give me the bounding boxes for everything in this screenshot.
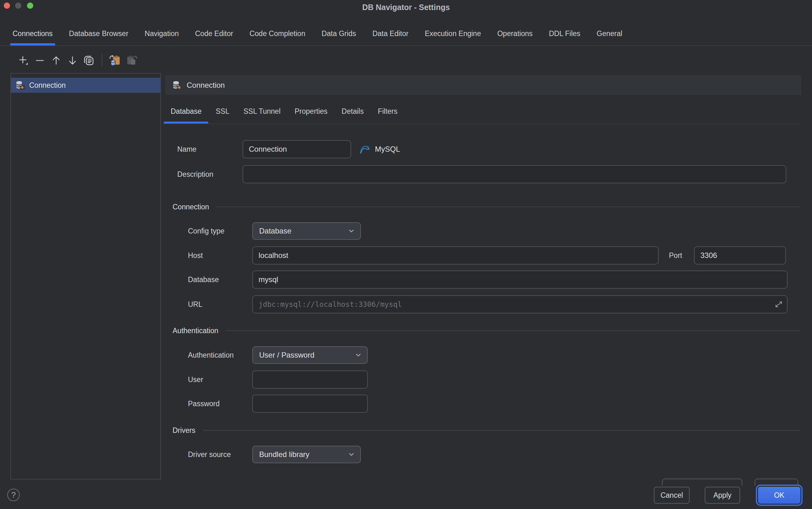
database-new-icon — [15, 80, 25, 91]
port-label: Port — [669, 251, 682, 260]
settings-tab-ddl-files[interactable]: DDL Files — [549, 22, 580, 45]
ok-button[interactable]: OK — [758, 487, 801, 504]
host-row: Host Port — [188, 246, 786, 265]
name-label: Name — [177, 145, 243, 154]
tab-ssl-tunnel[interactable]: SSL Tunnel — [244, 99, 281, 124]
settings-tab-code-editor[interactable]: Code Editor — [195, 22, 233, 45]
settings-tab-navigation[interactable]: Navigation — [145, 22, 179, 45]
plus-icon — [18, 55, 30, 66]
description-field[interactable] — [243, 165, 786, 183]
clipboard-paste-disabled-icon — [125, 54, 138, 67]
expand-icon[interactable] — [774, 300, 783, 309]
authentication-select[interactable]: User / Password — [252, 346, 368, 364]
help-button[interactable]: ? — [7, 488, 20, 501]
tab-database[interactable]: Database — [171, 99, 201, 124]
paste-connection-from-clipboard-button[interactable] — [125, 53, 137, 68]
settings-tab-data-grids[interactable]: Data Grids — [322, 22, 356, 45]
config-type-select[interactable]: Database — [252, 222, 361, 240]
tab-properties[interactable]: Properties — [294, 99, 327, 124]
url-field[interactable] — [252, 295, 787, 313]
config-type-row: Config type Database — [188, 222, 361, 240]
section-divider — [217, 207, 800, 207]
tab-ssl[interactable]: SSL — [216, 99, 229, 124]
panel-header: Connection — [165, 75, 801, 95]
remove-connection-button[interactable] — [34, 53, 46, 68]
url-label: URL — [188, 300, 252, 309]
panel-tab-divider — [165, 124, 801, 124]
settings-tab-general[interactable]: General — [597, 22, 623, 45]
connection-tab-bar: Database SSL SSL Tunnel Properties Detai… — [171, 99, 398, 124]
toolbar-divider — [102, 54, 102, 67]
section-authentication-title: Authentication — [173, 327, 218, 335]
duplicate-connection-button[interactable] — [83, 53, 95, 68]
chevron-down-icon — [347, 450, 356, 459]
url-row: URL — [188, 295, 787, 313]
chevron-down-icon — [347, 227, 356, 235]
move-up-button[interactable] — [50, 53, 62, 68]
move-down-button[interactable] — [66, 53, 79, 68]
driver-source-select[interactable]: Bundled library — [252, 446, 361, 463]
user-row: User — [188, 370, 368, 388]
apply-button[interactable]: Apply — [705, 487, 740, 504]
connection-list-toolbar — [18, 53, 137, 68]
clipboard-database-icon — [109, 54, 121, 67]
host-label: Host — [188, 251, 252, 260]
settings-tab-code-completion[interactable]: Code Completion — [249, 22, 305, 45]
authentication-value: User / Password — [259, 351, 314, 360]
port-field[interactable] — [694, 246, 786, 265]
settings-tab-database-browser[interactable]: Database Browser — [69, 22, 128, 45]
password-label: Password — [188, 400, 252, 408]
database-label: Database — [188, 275, 252, 284]
section-connection-title: Connection — [173, 203, 209, 211]
user-label: User — [188, 375, 252, 384]
description-label: Description — [177, 170, 243, 179]
settings-tab-operations[interactable]: Operations — [497, 22, 533, 45]
settings-tab-execution-engine[interactable]: Execution Engine — [425, 22, 481, 45]
name-field[interactable] — [243, 140, 351, 158]
chevron-down-icon — [354, 351, 363, 360]
arrow-up-icon — [51, 55, 62, 66]
panel-title: Connection — [187, 81, 225, 90]
copy-icon — [83, 55, 95, 66]
settings-tab-data-editor[interactable]: Data Editor — [372, 22, 408, 45]
section-connection: Connection — [173, 202, 800, 211]
clipped-field — [662, 479, 742, 485]
connection-list: Connection — [10, 73, 161, 479]
password-row: Password — [188, 395, 368, 413]
cancel-button[interactable]: Cancel — [654, 487, 690, 504]
title-bar: DB Navigator - Settings — [0, 0, 812, 14]
copy-connection-to-clipboard-button[interactable] — [109, 53, 121, 68]
section-divider — [226, 330, 800, 331]
url-field-wrap — [252, 295, 787, 313]
tab-bar-divider — [0, 45, 812, 46]
connection-list-item[interactable]: Connection — [11, 78, 160, 93]
question-icon: ? — [11, 490, 16, 500]
config-type-label: Config type — [188, 227, 252, 235]
connection-item-label: Connection — [29, 81, 66, 90]
section-drivers: Drivers — [173, 426, 800, 435]
name-row: Name MySQL — [177, 140, 400, 158]
section-divider — [203, 430, 800, 431]
database-field[interactable] — [252, 270, 787, 289]
tab-filters[interactable]: Filters — [378, 99, 398, 124]
driver-source-label: Driver source — [188, 450, 252, 459]
section-authentication: Authentication — [173, 326, 800, 335]
minus-icon — [34, 55, 46, 66]
description-row: Description — [177, 165, 786, 183]
tab-details[interactable]: Details — [342, 99, 364, 124]
host-field[interactable] — [252, 246, 659, 265]
arrow-down-icon — [67, 55, 78, 66]
database-new-icon — [171, 80, 182, 91]
database-type-label: MySQL — [375, 145, 400, 154]
config-type-value: Database — [259, 227, 291, 235]
section-drivers-title: Drivers — [173, 426, 195, 435]
user-field[interactable] — [252, 370, 368, 388]
mysql-icon — [359, 143, 371, 155]
authentication-row: Authentication User / Password — [188, 346, 368, 364]
driver-source-value: Bundled library — [259, 450, 309, 459]
settings-tab-connections[interactable]: Connections — [12, 22, 53, 45]
password-field[interactable] — [252, 395, 368, 413]
database-row: Database — [188, 270, 787, 289]
add-connection-button[interactable] — [18, 53, 30, 68]
authentication-label: Authentication — [188, 351, 252, 360]
